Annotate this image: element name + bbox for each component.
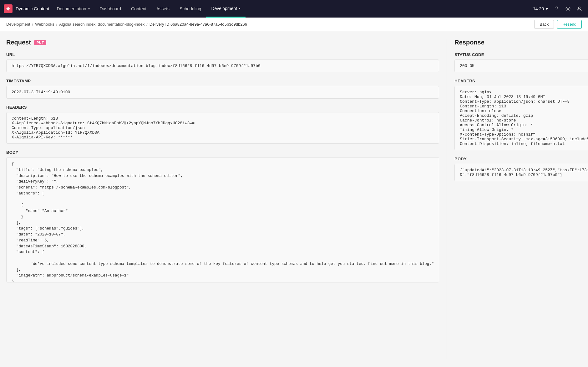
response-headers-value: Server: nginx Date: Mon, 31 Jul 2023 13:… — [454, 86, 588, 150]
account-button[interactable] — [574, 4, 584, 14]
nav-right: 14:20 ▾ ? — [533, 4, 584, 14]
request-body-value: { "title": "Using the schema examples", … — [6, 157, 439, 282]
nav-time-display: 14:20 ▾ — [533, 6, 548, 11]
request-body-label: Body — [6, 150, 439, 155]
response-body-section: Body {"updatedAt":"2023-07-31T13:19:49.2… — [454, 157, 588, 181]
breadcrumb-algolia[interactable]: Algolia search index: documentation-blog… — [59, 22, 144, 27]
method-badge: PUT — [34, 40, 47, 45]
response-headers-section: Headers Server: nginx Date: Mon, 31 Jul … — [454, 79, 588, 150]
chevron-down-icon-dev: ▾ — [239, 7, 241, 10]
request-panel: Request PUT URL https://YIR7QXXD3A.algol… — [6, 39, 447, 359]
help-button[interactable]: ? — [552, 4, 562, 14]
breadcrumb-webhooks[interactable]: Webhooks — [35, 22, 54, 27]
request-headers-value: Content-Length: 618 X-Amplience-Webhook-… — [6, 112, 439, 144]
nav-scheduling[interactable]: Scheduling — [175, 0, 206, 18]
url-label: URL — [6, 52, 439, 57]
url-section: URL https://YIR7QXXD3A.algolia.net/1/ind… — [6, 52, 439, 72]
status-code-label: Status code — [454, 52, 588, 57]
svg-point-1 — [578, 7, 580, 9]
back-button[interactable]: Back — [534, 20, 554, 29]
response-title: Response — [454, 39, 588, 46]
logo-icon — [4, 4, 13, 13]
app-title: Dynamic Content — [16, 6, 49, 11]
nav-dashboard[interactable]: Dashboard — [95, 0, 126, 18]
nav-assets[interactable]: Assets — [151, 0, 175, 18]
nav-items: Documentation ▾ Dashboard Content Assets… — [52, 0, 533, 18]
breadcrumb-sep-1: / — [32, 22, 33, 27]
main-content: Request PUT URL https://YIR7QXXD3A.algol… — [0, 31, 588, 367]
breadcrumb-bar: Development / Webhooks / Algolia search … — [0, 18, 588, 31]
request-body-section: Body { "title": "Using the schema exampl… — [6, 150, 439, 282]
breadcrumb-sep-3: / — [146, 22, 148, 27]
response-panel: Response Status code 200 OK Headers Serv… — [447, 39, 588, 359]
nav-development[interactable]: Development ▾ — [206, 0, 246, 18]
request-headers-label: Headers — [6, 105, 439, 110]
nav-documentation[interactable]: Documentation ▾ — [52, 0, 94, 18]
breadcrumb: Development / Webhooks / Algolia search … — [6, 22, 247, 27]
request-title: Request PUT — [6, 39, 439, 46]
response-body-label: Body — [454, 157, 588, 161]
chevron-down-icon: ▾ — [88, 7, 90, 11]
request-headers-section: Headers Content-Length: 618 X-Amplience-… — [6, 105, 439, 144]
response-headers-label: Headers — [454, 79, 588, 83]
status-code-value: 200 OK — [454, 59, 588, 72]
breadcrumb-development[interactable]: Development — [6, 22, 30, 27]
breadcrumb-actions: Back Resend — [534, 20, 582, 29]
url-value: https://YIR7QXXD3A.algolia.net/1/indexes… — [6, 59, 439, 72]
timestamp-label: Timestamp — [6, 79, 439, 83]
svg-point-0 — [567, 8, 569, 10]
resend-button[interactable]: Resend — [557, 20, 582, 29]
timestamp-value: 2023-07-31T14:19:49+0100 — [6, 86, 439, 99]
time-dropdown-icon[interactable]: ▾ — [546, 6, 548, 11]
breadcrumb-sep-2: / — [56, 22, 57, 27]
settings-button[interactable] — [563, 4, 573, 14]
status-code-section: Status code 200 OK — [454, 52, 588, 72]
nav-content[interactable]: Content — [126, 0, 151, 18]
topnav: Dynamic Content Documentation ▾ Dashboar… — [0, 0, 588, 18]
breadcrumb-delivery-id: Delivery ID 66a820a4-8e9a-47a6-87a5-fd5b… — [150, 22, 247, 27]
response-body-value: {"updatedAt":"2023-07-31T13:19:49.252Z",… — [454, 164, 588, 181]
logo-area: Dynamic Content — [4, 4, 49, 13]
timestamp-section: Timestamp 2023-07-31T14:19:49+0100 — [6, 79, 439, 99]
